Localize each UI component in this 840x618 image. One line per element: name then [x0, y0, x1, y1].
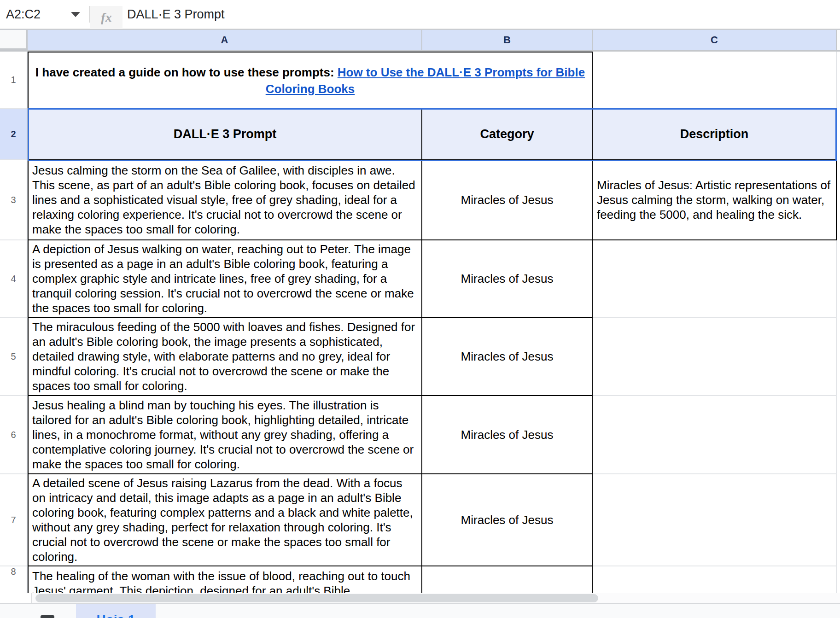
- row-1: 1 I have created a guide on how to use t…: [0, 52, 840, 109]
- cell-b7[interactable]: Miracles of Jesus: [422, 474, 593, 566]
- cell-b3[interactable]: Miracles of Jesus: [422, 160, 593, 240]
- column-header-row: A B C: [0, 29, 840, 52]
- sheet-tab-label: Hoja 1: [96, 612, 135, 618]
- row-3: 3 Jesus calming the storm on the Sea of …: [0, 160, 840, 240]
- cell-a1-merged[interactable]: I have created a guide on how to use the…: [28, 52, 593, 109]
- cell-a2[interactable]: DALL·E 3 Prompt: [28, 109, 422, 160]
- cell-c3[interactable]: Miracles of Jesus: Artistic representati…: [593, 160, 837, 240]
- row-header-1[interactable]: 1: [0, 52, 28, 109]
- fx-icon: fx: [101, 10, 111, 25]
- row-4: 4 A depiction of Jesus walking on water,…: [0, 240, 840, 318]
- all-sheets-menu-icon[interactable]: [41, 615, 54, 618]
- cell-c8[interactable]: [593, 566, 837, 593]
- cell-a8[interactable]: The healing of the woman with the issue …: [28, 566, 422, 593]
- sheet-grid: 1 I have created a guide on how to use t…: [0, 52, 840, 593]
- row-header-6[interactable]: 6: [0, 396, 28, 474]
- row-header-7[interactable]: 7: [0, 474, 28, 566]
- cell-b2[interactable]: Category: [422, 109, 593, 160]
- name-box-value: A2:C2: [6, 7, 41, 22]
- sheet-tab-bar: Hoja 1: [0, 603, 840, 618]
- select-all-corner[interactable]: [0, 30, 28, 50]
- name-box[interactable]: A2:C2: [0, 0, 69, 29]
- cell-b5[interactable]: Miracles of Jesus: [422, 318, 593, 396]
- cell-b8[interactable]: [422, 566, 593, 593]
- cell-c1[interactable]: [593, 52, 837, 109]
- cell-c5[interactable]: [593, 318, 837, 396]
- row-2: 2 DALL·E 3 Prompt Category Description: [0, 109, 840, 160]
- row-header-5[interactable]: 5: [0, 318, 28, 396]
- cell-a3[interactable]: Jesus calming the storm on the Sea of Ga…: [28, 160, 422, 240]
- column-header-a[interactable]: A: [28, 30, 422, 50]
- row-header-3[interactable]: 3: [0, 160, 28, 240]
- cell-b4[interactable]: Miracles of Jesus: [422, 240, 593, 318]
- formula-input[interactable]: DALL·E 3 Prompt: [127, 7, 840, 22]
- row-7: 7 A detailed scene of Jesus raising Laza…: [0, 474, 840, 566]
- horizontal-scrollbar-thumb[interactable]: [35, 594, 598, 602]
- guide-note: I have created a guide on how to use the…: [29, 64, 592, 97]
- spreadsheet-app: A2:C2 fx DALL·E 3 Prompt A B C 1 I have …: [0, 0, 840, 618]
- cell-c7[interactable]: [593, 474, 837, 566]
- row-header-8[interactable]: 8: [0, 566, 28, 593]
- cell-a5[interactable]: The miraculous feeding of the 5000 with …: [28, 318, 422, 396]
- row-8: 8 The healing of the woman with the issu…: [0, 566, 840, 593]
- column-header-b[interactable]: B: [422, 30, 593, 50]
- row-6: 6 Jesus healing a blind man by touching …: [0, 396, 840, 474]
- row-header-2[interactable]: 2: [0, 109, 28, 160]
- cell-b6[interactable]: Miracles of Jesus: [422, 396, 593, 474]
- formula-bar: A2:C2 fx DALL·E 3 Prompt: [0, 0, 840, 29]
- cell-a7[interactable]: A detailed scene of Jesus raising Lazaru…: [28, 474, 422, 566]
- sheet-tab-active[interactable]: Hoja 1: [76, 604, 156, 618]
- name-box-dropdown-icon[interactable]: [71, 12, 80, 17]
- column-header-c[interactable]: C: [593, 30, 837, 50]
- cell-c6[interactable]: [593, 396, 837, 474]
- column-header-filler: [837, 30, 840, 50]
- cell-a4[interactable]: A depiction of Jesus walking on water, r…: [28, 240, 422, 318]
- cell-c4[interactable]: [593, 240, 837, 318]
- horizontal-scrollbar: [0, 593, 840, 603]
- row-5: 5 The miraculous feeding of the 5000 wit…: [0, 318, 840, 396]
- cell-c2[interactable]: Description: [593, 109, 837, 160]
- cell-a6[interactable]: Jesus healing a blind man by touching hi…: [28, 396, 422, 474]
- scrollbar-left-pad: [0, 593, 32, 603]
- row-header-4[interactable]: 4: [0, 240, 28, 318]
- fx-chip: fx: [90, 6, 122, 29]
